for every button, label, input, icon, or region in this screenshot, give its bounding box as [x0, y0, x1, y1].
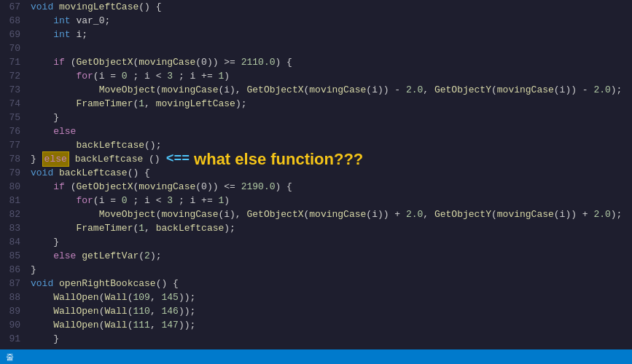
token-fn-call: WallOpen: [53, 304, 98, 318]
line-number: 87: [4, 277, 20, 290]
token-plain: [31, 304, 53, 318]
line-number: 71: [4, 55, 20, 69]
token-plain: [31, 28, 53, 41]
line-number: 67: [4, 0, 20, 14]
code-line: void movingLeftCase() {: [31, 0, 632, 14]
token-plain: (: [156, 207, 162, 221]
token-plain: ): [224, 69, 230, 83]
token-kw-void: void: [31, 166, 53, 180]
token-plain: [31, 55, 53, 69]
token-plain: (): [143, 152, 160, 166]
token-fn-call: openRightBookcase: [59, 277, 156, 290]
token-kw-if: if: [53, 180, 65, 194]
token-fn-call: GetObjectX: [246, 83, 303, 97]
line-number: 89: [4, 304, 20, 318]
token-plain: [31, 69, 76, 83]
token-fn-call: movingCase: [161, 207, 218, 221]
token-fn-call: movingCase: [497, 207, 554, 221]
token-plain: () {: [139, 0, 161, 14]
token-plain: (0)) <=: [195, 180, 241, 194]
token-plain: );: [150, 249, 162, 263]
token-plain: [31, 180, 53, 194]
token-plain: ): [224, 194, 230, 207]
token-plain: (i)) +: [554, 207, 594, 221]
token-fn-call: movingCase: [309, 207, 366, 221]
token-plain: (: [133, 180, 139, 194]
token-plain: (: [133, 97, 139, 111]
token-plain: }: [31, 235, 59, 249]
token-fn-call: WallOpen: [53, 318, 98, 332]
token-num: 145: [162, 290, 179, 304]
token-plain: }: [31, 332, 59, 346]
token-fn-call: movingCase: [497, 83, 554, 97]
code-line: }: [31, 332, 632, 346]
token-plain: ,: [423, 207, 434, 221]
code-line: int i;: [31, 28, 632, 41]
token-plain: ; i <: [128, 69, 168, 83]
token-plain: [31, 207, 99, 221]
token-num: 2.0: [406, 207, 423, 221]
token-plain: [31, 290, 53, 304]
line-number: 81: [4, 194, 20, 207]
token-kw-if: if: [53, 55, 65, 69]
token-plain: }: [31, 111, 59, 124]
code-line: WallOpen(Wall(109, 145));: [31, 290, 632, 304]
token-plain: [31, 318, 53, 332]
token-fn-name: movingLeftCase: [59, 0, 139, 14]
token-plain: [76, 249, 82, 263]
token-num: 3: [167, 69, 173, 83]
code-line: } else backLeftcase ()<==what else funct…: [31, 152, 632, 166]
token-kw-int: int: [53, 28, 70, 41]
code-line: for(i = 0 ; i < 3 ; i += 1): [31, 194, 632, 207]
code-line: WallOpen(Wall(110, 146));: [31, 304, 632, 318]
token-plain: [31, 83, 99, 97]
token-num: 147: [162, 318, 179, 332]
token-num: 0: [122, 69, 128, 83]
line-number: 86: [4, 263, 20, 277]
token-plain: (: [99, 318, 105, 332]
token-num: 1: [139, 221, 144, 235]
line-number: 74: [4, 97, 20, 111]
token-plain: [31, 249, 53, 263]
annotation-arrow: <==: [166, 152, 190, 166]
code-line: int var_0;: [31, 14, 632, 28]
line-number: 70: [4, 41, 20, 55]
line-number: 79: [4, 166, 20, 180]
line-number: 75: [4, 111, 20, 124]
code-line: else: [31, 124, 632, 138]
token-plain: var_0;: [71, 14, 111, 28]
token-plain: ) {: [276, 55, 292, 69]
token-plain: [31, 138, 76, 152]
token-fn-call: movingCase: [309, 83, 366, 97]
line-number: 69: [4, 28, 20, 41]
token-num: 2190.0: [241, 180, 276, 194]
token-num: 2.0: [593, 207, 610, 221]
token-num: 3: [167, 194, 173, 207]
code-line: if (GetObjectX(movingCase(0)) >= 2110.0)…: [31, 55, 632, 69]
code-line: void openRightBookcase() {: [31, 277, 632, 290]
token-plain: }: [31, 263, 36, 277]
line-number: 82: [4, 207, 20, 221]
token-plain: [31, 14, 53, 28]
token-num: 2: [144, 249, 150, 263]
token-plain: ,: [150, 318, 162, 332]
token-fn-call: backLeftcase: [75, 152, 144, 166]
token-plain: ,: [150, 304, 162, 318]
token-num: 2.0: [593, 83, 610, 97]
token-fn-call: WallOpen: [53, 290, 98, 304]
token-plain: ();: [144, 138, 161, 152]
code-line: }: [31, 263, 632, 277]
token-plain: ; i <: [128, 194, 168, 207]
token-fn-call: Wall: [104, 318, 127, 332]
code-editor: 6768697071727374757677787980818283848586…: [0, 0, 632, 364]
code-line: FrameTimer(1, backLeftcase);: [31, 221, 632, 235]
token-plain: (: [304, 207, 310, 221]
token-fn-call: movingCase: [161, 83, 218, 97]
token-plain: (: [304, 83, 310, 97]
token-plain: () {: [156, 277, 179, 290]
code-line: else getLeftVar(2);: [31, 249, 632, 263]
code-content[interactable]: void movingLeftCase() { int var_0; int i…: [28, 0, 632, 349]
token-plain: (i)) -: [366, 83, 406, 97]
token-num: 146: [162, 304, 179, 318]
token-plain: (: [128, 304, 133, 318]
